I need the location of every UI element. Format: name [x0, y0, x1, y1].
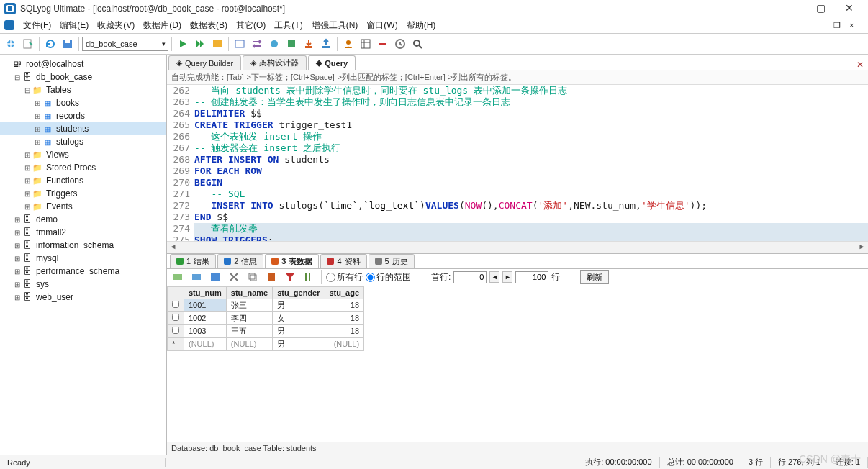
refresh-icon[interactable] — [42, 36, 58, 52]
svg-rect-7 — [288, 40, 295, 47]
tree-row[interactable]: root@localhost — [0, 58, 166, 70]
execute-query-icon[interactable] — [175, 36, 191, 52]
menu-bar: 文件(F)编辑(E)收藏夹(V)数据库(D)数据表(B)其它(O)工具(T)增强… — [0, 17, 868, 33]
tree-row[interactable]: ⊞Stored Procs — [0, 161, 166, 174]
minimize-button[interactable]: — — [777, 0, 806, 17]
tree-row[interactable]: ⊞students — [0, 122, 166, 135]
tree-row[interactable]: ⊞Events — [0, 200, 166, 213]
result-tab[interactable]: 4 资料 — [320, 254, 366, 268]
grid-sort-icon[interactable] — [301, 269, 317, 285]
page-next-icon[interactable]: ► — [502, 271, 512, 283]
menu-item[interactable]: 收藏夹(V) — [93, 18, 139, 33]
editor-tab[interactable]: ◈Query Builder — [168, 55, 241, 70]
tree-row[interactable]: ⊞Triggers — [0, 187, 166, 200]
tabs-close-icon[interactable]: ✕ — [854, 60, 867, 70]
tree-row[interactable]: ⊟Tables — [0, 83, 166, 96]
editor-code-area[interactable]: -- 当向 students 表中删除学生信息时，同时要在 stu_logs 表… — [194, 85, 868, 241]
menu-item[interactable]: 数据表(B) — [186, 18, 232, 33]
menu-item[interactable]: 文件(F) — [19, 18, 55, 33]
export-icon[interactable] — [318, 36, 334, 52]
grid-filter-icon[interactable] — [282, 269, 298, 285]
data-grid[interactable]: stu_numstu_namestu_genderstu_age1001张三男1… — [167, 286, 868, 442]
database-selector[interactable]: db_book_case — [82, 37, 168, 51]
menu-item[interactable]: 其它(O) — [232, 18, 270, 33]
column-header[interactable]: stu_name — [226, 286, 272, 299]
explain-icon[interactable] — [209, 36, 225, 52]
tree-row[interactable]: ⊞sys — [0, 278, 166, 291]
grid-cancel-icon[interactable] — [226, 269, 242, 285]
tab-icon: ◈ — [250, 58, 256, 68]
new-connection-icon[interactable] — [3, 36, 19, 52]
flush-icon[interactable] — [375, 36, 391, 52]
svg-rect-9 — [322, 46, 330, 48]
rows-range-radio[interactable]: 行的范围 — [366, 271, 411, 283]
result-tab[interactable]: 1 结果 — [170, 254, 216, 268]
scroll-left-icon[interactable]: ◄ — [167, 241, 179, 253]
result-tab[interactable]: 3 表数据 — [265, 254, 319, 268]
tree-row[interactable]: ⊞records — [0, 109, 166, 122]
grid-delete-row-icon[interactable] — [189, 269, 204, 285]
table-row[interactable]: 1002李四女18 — [168, 311, 364, 324]
tree-row[interactable]: ⊞Functions — [0, 174, 166, 187]
column-header[interactable]: stu_num — [184, 286, 227, 299]
menu-item[interactable]: 工具(T) — [270, 18, 307, 33]
tree-row[interactable]: ⊞fmmall2 — [0, 226, 166, 239]
tree-row[interactable]: ⊞performance_schema — [0, 265, 166, 278]
table-row[interactable]: 1003王五男18 — [168, 324, 364, 337]
new-query-icon[interactable] — [20, 36, 36, 52]
mdi-minimize-button[interactable]: _ — [818, 21, 832, 29]
import-icon[interactable] — [301, 36, 317, 52]
tree-row[interactable]: ⊞Views — [0, 148, 166, 161]
grid-add-row-icon[interactable] — [170, 269, 186, 285]
menu-item[interactable]: 窗口(W) — [362, 18, 402, 33]
refresh-button[interactable]: 刷新 — [580, 270, 609, 284]
user-manager-icon[interactable] — [340, 36, 356, 52]
sql-editor[interactable]: 2622632642652662672682692702712722732742… — [167, 85, 868, 241]
result-tab[interactable]: 5 历史 — [369, 254, 415, 268]
maximize-button[interactable]: ▢ — [806, 0, 835, 17]
object-browser-tree[interactable]: root@localhost⊟db_book_case⊟Tables⊞books… — [0, 55, 167, 455]
table-diag-icon[interactable] — [358, 36, 374, 52]
page-prev-icon[interactable]: ◄ — [489, 271, 499, 283]
first-row-input[interactable] — [453, 271, 487, 283]
save-icon[interactable] — [60, 36, 76, 52]
table-row[interactable]: 1001张三男18 — [168, 299, 364, 311]
tree-row[interactable]: ⊞web_user — [0, 291, 166, 304]
rows-all-radio[interactable]: 所有行 — [326, 271, 363, 283]
result-tab[interactable]: 2 信息 — [217, 254, 263, 268]
menu-item[interactable]: 编辑(E) — [55, 18, 93, 33]
row-count-input[interactable] — [515, 271, 548, 283]
menu-item[interactable]: 增强工具(N) — [307, 18, 363, 33]
mdi-close-button[interactable]: × — [849, 21, 864, 29]
backup-icon[interactable] — [284, 36, 299, 52]
grid-save-icon[interactable] — [207, 269, 223, 285]
tree-row[interactable]: ⊞information_schema — [0, 239, 166, 252]
tree-row[interactable]: ⊞mysql — [0, 252, 166, 265]
history-icon[interactable] — [392, 36, 408, 52]
tree-row[interactable]: ⊞demo — [0, 213, 166, 226]
grid-export-icon[interactable] — [263, 269, 279, 285]
mdi-restore-button[interactable]: ❐ — [833, 21, 848, 30]
table-row[interactable]: *(NULL)(NULL)男(NULL) — [168, 337, 364, 350]
svg-rect-16 — [211, 273, 220, 281]
tree-row[interactable]: ⊟db_book_case — [0, 70, 166, 83]
column-header[interactable]: stu_age — [325, 286, 364, 299]
tree-row[interactable]: ⊞stulogs — [0, 135, 166, 148]
editor-horizontal-scrollbar[interactable]: ◄ ► — [167, 241, 868, 253]
schema-sync-icon[interactable] — [249, 36, 265, 52]
svg-rect-1 — [24, 40, 31, 48]
editor-tab[interactable]: ◈Query — [308, 55, 356, 70]
editor-tab[interactable]: ◈架构设计器 — [243, 55, 307, 70]
menu-item[interactable]: 帮助(H) — [402, 18, 440, 33]
close-button[interactable]: ✕ — [835, 0, 864, 17]
column-header[interactable]: stu_gender — [273, 286, 325, 299]
scroll-right-icon[interactable]: ► — [856, 241, 868, 253]
execute-all-icon[interactable] — [192, 36, 208, 52]
data-sync-icon[interactable] — [266, 36, 282, 52]
zoom-icon[interactable] — [410, 36, 425, 52]
menu-item[interactable]: 数据库(D) — [139, 18, 186, 33]
svg-point-10 — [346, 40, 351, 45]
grid-copy-icon[interactable] — [245, 269, 261, 285]
format-icon[interactable] — [232, 36, 248, 52]
tree-row[interactable]: ⊞books — [0, 96, 166, 109]
